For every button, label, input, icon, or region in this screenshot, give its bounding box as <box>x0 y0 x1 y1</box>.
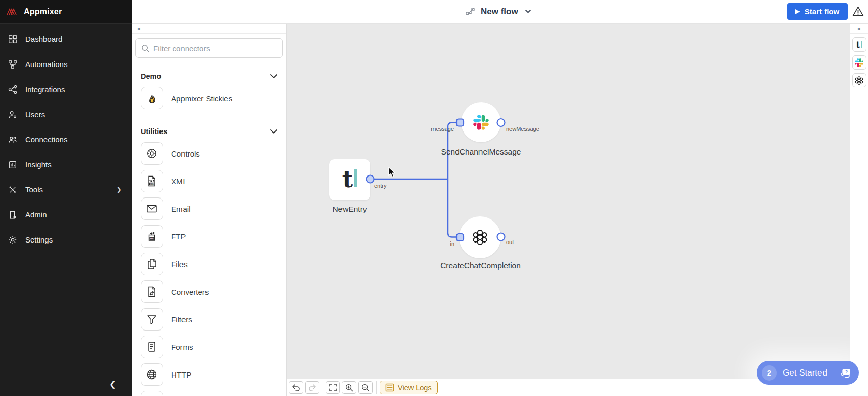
admin-door-icon <box>8 210 17 219</box>
play-icon <box>795 9 800 14</box>
sidebar-item-integrations[interactable]: Integrations <box>0 77 132 102</box>
openai-icon <box>471 229 489 246</box>
flame-icon <box>141 87 163 109</box>
integrations-nodes-icon <box>8 84 17 94</box>
strip-collapse-chevron-icon[interactable]: « <box>850 24 868 34</box>
undo-button[interactable] <box>289 381 303 394</box>
strip-app-slack[interactable] <box>852 55 866 70</box>
user-icon <box>8 109 17 119</box>
brand-name: Appmixer <box>24 7 62 16</box>
node-label-newentry: NewEntry <box>332 205 367 214</box>
view-logs-button[interactable]: View Logs <box>380 381 438 394</box>
connector-xml[interactable]: XML XML <box>141 170 286 192</box>
sidebar-item-tools[interactable]: Tools ❯ <box>0 177 132 202</box>
strip-app-typeform[interactable]: t <box>852 37 866 52</box>
node-sendchannelmessage[interactable] <box>461 102 501 142</box>
strip-app-openai[interactable] <box>852 73 866 87</box>
connector-controls[interactable]: Controls <box>141 142 286 165</box>
panel-collapse-chevron-icon[interactable]: « <box>132 24 286 34</box>
sidebar-item-insights[interactable]: Insights <box>0 152 132 177</box>
sidebar-item-label: Tools <box>25 185 43 194</box>
connector-label: Email <box>171 205 191 213</box>
get-started-pill[interactable]: 2 Get Started ? <box>757 361 859 385</box>
flow-title: New flow <box>481 7 518 17</box>
sidebar-item-automations[interactable]: Automations <box>0 52 132 77</box>
sidebar-menu: Dashboard Automations Integrations Users <box>0 24 132 252</box>
sidebar-item-label: Dashboard <box>25 35 62 43</box>
connector-label: Controls <box>171 149 200 158</box>
node-createchatcompletion[interactable] <box>459 216 501 258</box>
files-copy-icon <box>141 253 163 275</box>
connector-ftp[interactable]: FTP FTP <box>141 225 286 248</box>
port-label-message: message <box>431 126 454 132</box>
flow-title-group[interactable]: New flow <box>465 0 531 23</box>
insights-chart-icon <box>8 160 17 169</box>
view-logs-label: View Logs <box>398 384 432 392</box>
sidebar-item-label: Insights <box>25 160 52 169</box>
zoom-out-icon <box>361 384 370 392</box>
chevron-right-icon: ❯ <box>116 186 122 193</box>
start-flow-button[interactable]: Start flow <box>787 3 848 20</box>
zoom-out-button[interactable] <box>358 381 373 394</box>
chevron-down-icon[interactable] <box>525 10 531 13</box>
search-input[interactable] <box>153 39 281 57</box>
sidebar-item-dashboard[interactable]: Dashboard <box>0 27 132 52</box>
logs-list-icon <box>385 383 394 392</box>
connector-forms[interactable]: Forms <box>141 336 286 358</box>
connector-converters[interactable]: Converters <box>141 280 286 303</box>
get-started-count-badge: 2 <box>762 365 777 381</box>
connector-http[interactable]: HTTP <box>141 363 286 386</box>
sidebar-item-users[interactable]: Users <box>0 102 132 127</box>
node-newentry[interactable]: t <box>329 159 370 200</box>
sidebar-item-admin[interactable]: Admin <box>0 202 132 227</box>
sidebar-item-label: Automations <box>25 60 67 69</box>
sidebar-item-connections[interactable]: Connections <box>0 127 132 152</box>
envelope-icon <box>141 197 163 220</box>
section-demo-header[interactable]: Demo <box>132 63 286 87</box>
node-label-createchatcompletion: CreateChatCompletion <box>440 261 521 270</box>
convert-file-icon <box>141 280 163 303</box>
topbar: New flow Start flow <box>132 0 868 24</box>
port-label-entry: entry <box>374 183 386 189</box>
gear-icon <box>8 235 17 245</box>
translate-icon <box>141 391 163 396</box>
fullscreen-icon <box>329 384 337 391</box>
fit-screen-button[interactable] <box>326 381 340 394</box>
sidebar-collapse-chevron-icon[interactable]: ❮ <box>109 380 116 389</box>
start-flow-label: Start flow <box>805 7 839 16</box>
port-label-newmessage: newMessage <box>506 126 539 132</box>
connector-language[interactable]: Language BETA <box>141 391 286 396</box>
zoom-in-button[interactable] <box>342 381 356 394</box>
flow-canvas[interactable] <box>287 24 850 396</box>
connector-appmixer-stickies[interactable]: Appmixer Stickies <box>141 87 286 109</box>
node-label-sendchannelmessage: SendChannelMessage <box>441 147 521 157</box>
svg-text:FTP: FTP <box>150 237 154 239</box>
sidebar-item-label: Users <box>25 110 45 119</box>
connector-label: Forms <box>171 343 193 351</box>
main-sidebar: Appmixer Dashboard Automations Integrati… <box>0 0 132 396</box>
xml-file-icon: XML <box>141 170 163 192</box>
redo-button[interactable] <box>305 381 319 394</box>
gear-circle-icon <box>141 142 163 165</box>
chevron-down-icon <box>270 129 277 134</box>
connector-label: Appmixer Stickies <box>171 94 232 103</box>
openai-icon <box>854 76 864 85</box>
connector-filters[interactable]: Filters <box>141 308 286 331</box>
brand-row[interactable]: Appmixer <box>0 0 132 24</box>
warning-triangle-icon[interactable] <box>852 5 864 18</box>
connector-files[interactable]: Files <box>141 253 286 275</box>
dashboard-grid-icon <box>8 34 17 44</box>
sidebar-item-settings[interactable]: Settings <box>0 227 132 252</box>
section-title: Utilities <box>141 127 167 136</box>
sidebar-item-label: Settings <box>25 235 53 244</box>
toolbar-divider <box>376 381 377 394</box>
get-started-label: Get Started <box>783 368 827 378</box>
svg-text:XML: XML <box>150 183 154 185</box>
tools-icon <box>8 185 17 194</box>
connector-label: XML <box>171 177 187 186</box>
connector-label: HTTP <box>171 370 191 379</box>
help-chat-icon: ? <box>840 366 852 380</box>
section-utilities-header[interactable]: Utilities <box>132 115 286 142</box>
connector-email[interactable]: Email <box>141 197 286 220</box>
connector-label: Filters <box>171 315 192 324</box>
